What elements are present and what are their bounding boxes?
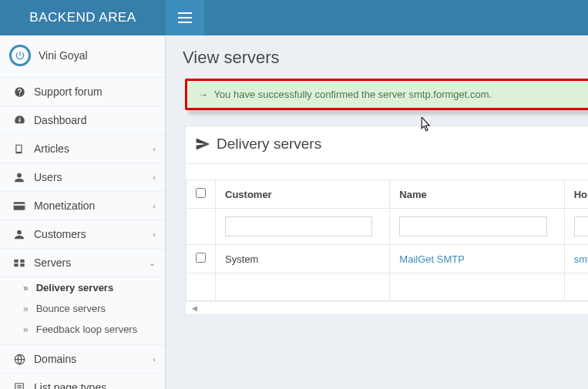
filter-name-input[interactable] xyxy=(399,216,546,236)
nav-support-forum[interactable]: Support forum xyxy=(0,78,165,106)
nav-label: Servers xyxy=(34,257,71,269)
alert-text: You have successfully confirmed the serv… xyxy=(213,89,492,100)
scroll-hint[interactable]: ◄ xyxy=(186,301,588,314)
user-block[interactable]: Vini Goyal xyxy=(0,35,165,78)
nav-label: Support forum xyxy=(34,86,102,98)
table-filter-row xyxy=(186,209,589,245)
table-row xyxy=(186,273,589,301)
globe-icon xyxy=(11,354,28,365)
table-row: System MailGet SMTP smtp.formget.com xyxy=(186,245,589,273)
col-name[interactable]: Name xyxy=(390,180,564,209)
menu-toggle-button[interactable] xyxy=(166,0,204,35)
brand-label: BACKEND AREA xyxy=(0,10,166,25)
filter-hostname-input[interactable] xyxy=(574,216,588,236)
chevron-left-icon: ‹ xyxy=(153,173,156,182)
nav-label: List page types xyxy=(34,381,106,389)
nav-label: Articles xyxy=(34,143,69,155)
question-icon xyxy=(11,86,28,98)
user-icon xyxy=(11,229,28,240)
subnav-label: Delivery servers xyxy=(36,282,113,293)
servers-icon xyxy=(11,258,28,268)
row-checkbox[interactable] xyxy=(196,253,206,263)
svg-rect-8 xyxy=(20,263,24,267)
arrow-icon: » xyxy=(23,283,29,293)
subnav-label: Feedback loop servers xyxy=(36,324,138,335)
nav-users[interactable]: Users ‹ xyxy=(0,163,165,192)
servers-table: Customer Name Hostname System xyxy=(186,179,588,301)
chevron-down-icon: ⌄ xyxy=(149,258,156,268)
success-alert: → You have successfully confirmed the se… xyxy=(185,79,588,110)
dashboard-icon xyxy=(11,115,28,126)
svg-rect-3 xyxy=(14,202,25,210)
chevron-left-icon: ‹ xyxy=(153,230,156,239)
chevron-left-icon: ‹ xyxy=(153,201,156,210)
user-icon xyxy=(11,172,28,183)
svg-rect-10 xyxy=(15,384,24,389)
main-content: View servers → You have successfully con… xyxy=(166,35,588,389)
paper-plane-icon xyxy=(195,136,210,152)
servers-submenu: » Delivery servers » Bounce servers » Fe… xyxy=(0,277,165,345)
nav-dashboard[interactable]: Dashboard xyxy=(0,106,165,135)
arrow-right-icon: → xyxy=(198,89,208,100)
cell-name-link[interactable]: MailGet SMTP xyxy=(399,253,465,265)
subnav-label: Bounce servers xyxy=(36,303,106,314)
delivery-servers-panel: Delivery servers Customer Name Hostname xyxy=(185,126,588,315)
filter-customer-input[interactable] xyxy=(225,216,372,236)
svg-rect-4 xyxy=(14,203,25,205)
subnav-bounce-servers[interactable]: » Bounce servers xyxy=(0,298,165,319)
nav-articles[interactable]: Articles ‹ xyxy=(0,135,165,163)
table-header-row: Customer Name Hostname xyxy=(186,180,589,209)
panel-title: Delivery servers xyxy=(217,136,321,153)
nav-label: Monetization xyxy=(34,200,95,212)
nav-monetization[interactable]: Monetization ‹ xyxy=(0,192,165,220)
power-icon xyxy=(9,45,31,66)
col-customer[interactable]: Customer xyxy=(216,180,390,209)
nav-label: Dashboard xyxy=(34,114,87,126)
subnav-delivery-servers[interactable]: » Delivery servers xyxy=(0,277,165,298)
cell-customer: System xyxy=(216,245,390,273)
nav-label: Customers xyxy=(34,228,86,240)
list-icon xyxy=(11,382,28,389)
nav-domains[interactable]: Domains ‹ xyxy=(0,345,165,374)
book-icon xyxy=(11,143,28,155)
svg-rect-6 xyxy=(20,259,24,262)
nav-servers[interactable]: Servers ⌄ xyxy=(0,249,165,277)
arrow-icon: » xyxy=(23,324,29,335)
hamburger-icon xyxy=(178,12,192,23)
card-icon xyxy=(11,201,28,211)
subnav-feedback-loop-servers[interactable]: » Feedback loop servers xyxy=(0,319,165,340)
nav-label: Domains xyxy=(34,353,76,365)
col-hostname[interactable]: Hostname xyxy=(564,180,588,209)
nav-label: Users xyxy=(34,171,62,183)
nav-list-page-types[interactable]: List page types xyxy=(0,374,165,389)
nav-customers[interactable]: Customers ‹ xyxy=(0,220,165,249)
chevron-left-icon: ‹ xyxy=(153,354,156,364)
user-name: Vini Goyal xyxy=(39,49,88,62)
sidebar: Vini Goyal Support forum Dashboard Artic… xyxy=(0,35,166,389)
select-all-checkbox[interactable] xyxy=(196,188,206,198)
chevron-left-icon: ‹ xyxy=(153,144,156,153)
svg-rect-7 xyxy=(14,263,18,267)
svg-rect-5 xyxy=(14,259,18,262)
cell-hostname-link[interactable]: smtp.formget.com xyxy=(574,253,588,265)
arrow-icon: » xyxy=(23,303,29,314)
page-title: View servers xyxy=(166,35,588,79)
